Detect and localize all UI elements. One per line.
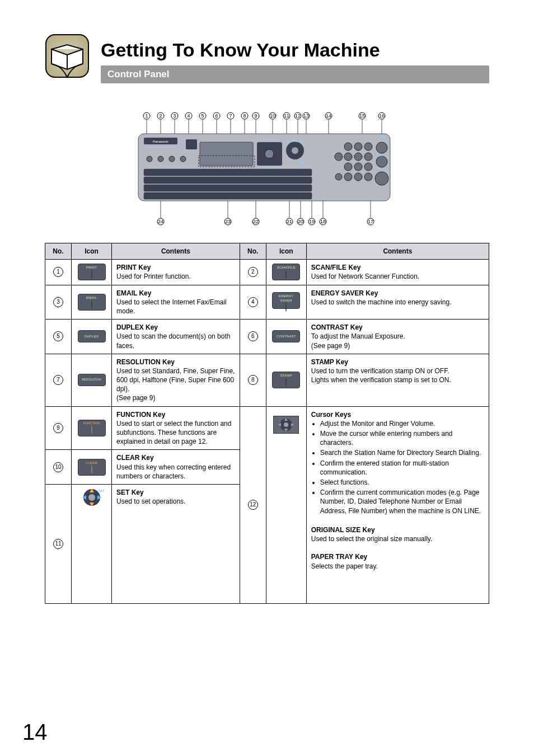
key-number: 9	[53, 423, 63, 433]
key-number: 2	[248, 267, 258, 277]
table-row: 5 DUPLEX DUPLEX Key Used to scan the doc…	[45, 320, 489, 354]
svg-point-87	[169, 156, 175, 162]
th-contents-left: Contents	[112, 243, 240, 260]
print-key-desc: PRINT Key Used for Printer function.	[112, 260, 240, 285]
page: Getting To Know Your Machine Control Pan…	[0, 0, 534, 756]
energy-saver-key-desc: ENERGY SAVER Key Used to switch the mach…	[306, 285, 489, 320]
svg-text:12: 12	[295, 113, 301, 119]
svg-text:15: 15	[359, 113, 365, 119]
svg-text:24: 24	[158, 219, 163, 224]
svg-point-71	[335, 173, 342, 180]
resolution-key-icon: RESOLUTION	[72, 354, 112, 406]
key-description-table: No. Icon Contents No. Icon Contents 1 PR…	[45, 243, 489, 604]
svg-text:4: 4	[187, 113, 190, 119]
duplex-key-desc: DUPLEX Key Used to scan the document(s) …	[112, 320, 240, 354]
set-key-icon: SET	[72, 484, 112, 603]
svg-text:14: 14	[326, 113, 331, 119]
svg-point-67	[364, 153, 372, 161]
th-no-right: No.	[240, 243, 266, 260]
energy-saver-key-icon: ENERGY SAVER	[266, 285, 306, 320]
svg-point-64	[335, 153, 343, 161]
key-number: 3	[53, 297, 63, 307]
th-icon-right: Icon	[266, 243, 306, 260]
svg-text:16: 16	[379, 113, 385, 119]
svg-marker-118	[278, 423, 281, 426]
svg-text:3: 3	[173, 113, 176, 119]
stamp-key-icon: STAMP	[266, 354, 306, 406]
svg-text:5: 5	[201, 113, 204, 119]
key-number: 7	[53, 375, 63, 385]
table-row: 1 PRINT PRINT Key Used for Printer funct…	[45, 260, 489, 285]
svg-point-88	[180, 156, 186, 162]
key-number: 1	[53, 267, 63, 277]
svg-text:SET: SET	[99, 489, 104, 492]
cursor-keys-icon	[266, 406, 306, 603]
email-key-icon: EMAIL	[72, 285, 112, 320]
svg-text:7: 7	[229, 113, 232, 119]
table-row: 7 RESOLUTION RESOLUTION Key Used to set …	[45, 354, 489, 406]
cursor-keys-desc: Cursor Keys Adjust the Monitor and Ringe…	[306, 406, 489, 603]
clear-key-desc: CLEAR Key Used this key when correcting …	[112, 450, 240, 485]
svg-text:ORIGINAL: ORIGINAL	[285, 139, 298, 143]
svg-point-77	[375, 172, 388, 185]
svg-text:STOP: STOP	[378, 135, 386, 139]
page-title: Getting To Know Your Machine	[101, 39, 489, 61]
duplex-key-icon: DUPLEX	[72, 320, 112, 354]
clear-key-icon: CLEAR	[72, 450, 112, 485]
svg-text:23: 23	[225, 219, 231, 224]
svg-text:6: 6	[215, 113, 218, 119]
svg-point-121	[88, 494, 95, 501]
svg-point-72	[344, 173, 352, 181]
contrast-key-icon: CONTRAST	[266, 320, 306, 354]
th-icon-left: Icon	[72, 243, 112, 260]
svg-text:17: 17	[368, 219, 373, 224]
svg-marker-119	[291, 423, 294, 426]
svg-point-63	[364, 143, 372, 151]
svg-point-69	[354, 163, 362, 171]
header: Getting To Know Your Machine Control Pan…	[45, 34, 489, 86]
svg-point-85	[147, 156, 152, 162]
subtitle-bar: Control Panel	[101, 65, 489, 83]
control-panel-diagram: 1 2 3 4 5 6 7 8 9 10 11 12 13 14 15 16 P…	[45, 109, 489, 226]
svg-rect-83	[144, 185, 312, 191]
svg-point-55	[265, 149, 274, 158]
svg-text:11: 11	[284, 113, 289, 119]
svg-text:8: 8	[243, 113, 246, 119]
svg-point-73	[354, 173, 362, 181]
table-row: 9 FUNCTION FUNCTION Key Used to start or…	[45, 406, 489, 450]
svg-point-75	[376, 142, 387, 153]
table-header: No. Icon Contents No. Icon Contents	[45, 243, 489, 260]
scan-file-key-icon: SCAN/FILE	[266, 260, 306, 285]
key-number: 4	[248, 297, 258, 307]
th-contents-right: Contents	[306, 243, 489, 260]
svg-rect-53	[200, 142, 253, 166]
svg-text:VOL: VOL	[299, 161, 305, 164]
cursor-keys-bullets: Adjust the Monitor and Ringer Volume. Mo…	[311, 419, 484, 515]
svg-text:COPY: COPY	[378, 154, 386, 157]
stamp-key-desc: STAMP Key Used to turn the verification …	[306, 354, 489, 406]
svg-point-68	[344, 163, 352, 171]
svg-text:22: 22	[253, 219, 259, 224]
svg-rect-84	[144, 192, 312, 199]
key-number: 12	[248, 500, 258, 510]
svg-rect-82	[144, 177, 312, 184]
svg-text:2: 2	[159, 113, 162, 119]
svg-text:9: 9	[254, 113, 257, 119]
scan-file-key-desc: SCAN/FILE Key Used for Network Scanner F…	[306, 260, 489, 285]
svg-text:21: 21	[287, 219, 292, 224]
key-number: 10	[53, 462, 63, 472]
svg-text:10: 10	[270, 113, 275, 119]
key-number: 8	[248, 375, 258, 385]
function-key-icon: FUNCTION	[72, 406, 112, 450]
svg-point-115	[284, 422, 288, 427]
svg-text:18: 18	[320, 219, 326, 224]
set-key-desc: SET Key Used to set operations.	[112, 484, 240, 603]
key-number: 5	[53, 331, 63, 341]
svg-point-74	[364, 173, 372, 181]
book-icon	[45, 34, 90, 86]
print-key-icon: PRINT	[72, 260, 112, 285]
svg-text:1: 1	[145, 113, 148, 119]
resolution-key-desc: RESOLUTION Key Used to set Standard, Fin…	[112, 354, 240, 406]
svg-rect-81	[144, 169, 312, 176]
th-no-left: No.	[45, 243, 72, 260]
